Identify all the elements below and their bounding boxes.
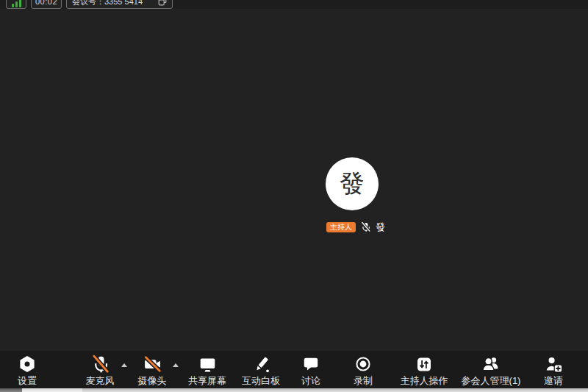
participant-name: 發: [376, 221, 385, 234]
chat-button[interactable]: 讨论: [301, 354, 320, 386]
camera-label: 摄像头: [138, 375, 167, 386]
chat-icon: [302, 354, 320, 374]
invite-label: 邀请: [544, 375, 563, 386]
muted-mic-icon: [360, 221, 371, 232]
video-stage: 發 主持人 發: [0, 9, 588, 351]
camera-options-caret[interactable]: [173, 363, 179, 367]
participant-name-row: 主持人 發: [326, 221, 385, 232]
meeting-toolbar: 设置 麦克风 摄像头: [0, 351, 588, 388]
invite-button[interactable]: 邀请: [544, 354, 563, 386]
host-actions-icon: [416, 354, 433, 374]
whiteboard-label: 互动白板: [242, 375, 280, 386]
meeting-id-box[interactable]: 会议号：3355 5414: [66, 0, 173, 9]
meeting-topbar: 00:02 会议号：3355 5414: [0, 0, 588, 9]
share-screen-label: 共享屏幕: [188, 375, 226, 386]
host-actions-button[interactable]: 主持人操作: [401, 354, 448, 386]
host-badge: 主持人: [326, 222, 356, 232]
record-button[interactable]: 录制: [354, 354, 373, 386]
participants-button[interactable]: 参会人管理(1): [462, 354, 521, 386]
meeting-id-label: 会议号：3355 5414: [72, 0, 143, 9]
window-bottom-edge: [0, 388, 588, 392]
bottom-edge-dark-segment: [0, 388, 22, 392]
network-signal-indicator[interactable]: [6, 0, 26, 9]
share-screen-icon: [198, 354, 217, 374]
bottom-edge-light-segment: [22, 388, 82, 392]
participants-icon: [481, 354, 501, 374]
settings-icon: [18, 354, 36, 374]
settings-label: 设置: [18, 375, 37, 386]
signal-bars-icon: [12, 0, 21, 7]
camera-button[interactable]: 摄像头: [138, 354, 167, 386]
record-label: 录制: [354, 375, 373, 386]
chat-label: 讨论: [301, 375, 320, 386]
participants-label: 参会人管理(1): [462, 375, 521, 386]
record-icon: [354, 354, 372, 374]
mic-off-icon: [90, 354, 110, 374]
settings-button[interactable]: 设置: [18, 354, 37, 386]
microphone-options-caret[interactable]: [121, 363, 127, 367]
whiteboard-icon: [252, 354, 270, 374]
meeting-timer: 00:02: [31, 0, 62, 9]
whiteboard-button[interactable]: 互动白板: [242, 354, 280, 386]
host-actions-label: 主持人操作: [401, 375, 448, 386]
microphone-button[interactable]: 麦克风: [86, 354, 115, 386]
invite-icon: [545, 354, 563, 374]
camera-off-icon: [143, 354, 162, 374]
avatar-initial: 發: [340, 167, 365, 201]
microphone-label: 麦克风: [86, 375, 115, 386]
copy-meeting-id-icon[interactable]: [158, 0, 167, 6]
share-screen-button[interactable]: 共享屏幕: [188, 354, 226, 386]
participant-avatar: 發: [326, 157, 379, 210]
